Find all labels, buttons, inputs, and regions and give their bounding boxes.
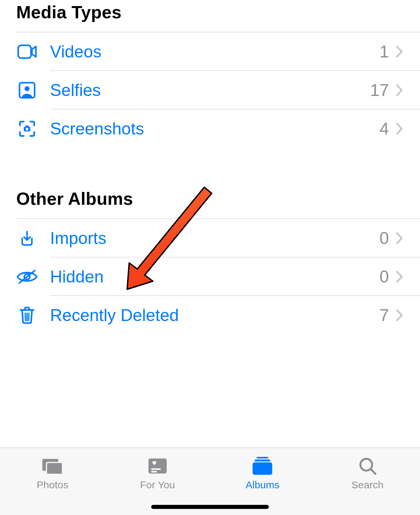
- tab-photos[interactable]: Photos: [0, 448, 105, 515]
- section-title-other-albums: Other Albums: [0, 189, 420, 218]
- row-label: Screenshots: [50, 119, 379, 139]
- search-tab-icon: [356, 457, 379, 475]
- row-count: 4: [379, 119, 389, 139]
- albums-tab-icon: [251, 457, 274, 475]
- row-videos[interactable]: Videos 1: [0, 32, 420, 71]
- screenshot-icon: [16, 118, 38, 140]
- chevron-right-icon: [395, 308, 404, 323]
- row-label: Imports: [50, 228, 379, 248]
- svg-rect-15: [148, 459, 167, 473]
- row-selfies[interactable]: Selfies 17: [0, 71, 420, 109]
- svg-line-12: [29, 313, 29, 321]
- trash-icon: [16, 304, 38, 326]
- foryou-tab-icon: [146, 457, 169, 475]
- row-hidden[interactable]: Hidden 0: [0, 258, 420, 296]
- chevron-right-icon: [395, 231, 404, 246]
- row-imports[interactable]: Imports 0: [0, 219, 420, 258]
- import-icon: [16, 227, 38, 249]
- albums-screen: Media Types Videos 1 Selfies 17: [0, 0, 420, 335]
- svg-point-2: [25, 86, 30, 91]
- row-count: 0: [379, 267, 389, 287]
- row-recently-deleted[interactable]: Recently Deleted 7: [0, 296, 420, 335]
- svg-rect-14: [47, 463, 63, 474]
- chevron-right-icon: [395, 121, 404, 136]
- row-label: Recently Deleted: [50, 305, 379, 325]
- svg-rect-0: [18, 45, 31, 58]
- hidden-icon: [16, 266, 38, 288]
- photos-tab-icon: [41, 457, 64, 475]
- home-indicator[interactable]: [151, 505, 269, 509]
- tab-search[interactable]: Search: [315, 448, 420, 515]
- row-label: Hidden: [50, 267, 379, 287]
- row-label: Videos: [50, 42, 379, 62]
- row-label: Selfies: [50, 80, 370, 100]
- row-count: 0: [379, 228, 389, 248]
- chevron-right-icon: [395, 83, 404, 98]
- chevron-right-icon: [395, 269, 404, 284]
- row-screenshots[interactable]: Screenshots 4: [0, 109, 420, 148]
- tab-label: For You: [140, 479, 175, 491]
- svg-rect-19: [255, 460, 270, 462]
- spacer: [0, 148, 420, 189]
- row-count: 7: [379, 305, 389, 325]
- svg-point-4: [26, 128, 28, 130]
- svg-rect-18: [257, 457, 269, 459]
- svg-rect-17: [151, 471, 157, 472]
- section-title-media-types: Media Types: [0, 2, 420, 32]
- row-count: 1: [379, 42, 389, 62]
- svg-line-22: [371, 469, 375, 474]
- chevron-right-icon: [395, 44, 404, 59]
- tab-label: Search: [351, 479, 383, 491]
- tab-label: Albums: [246, 479, 279, 491]
- row-count: 17: [370, 80, 389, 100]
- svg-rect-20: [253, 462, 272, 475]
- svg-line-10: [25, 313, 25, 321]
- tab-bar: Photos For You Albums: [0, 447, 420, 515]
- tab-label: Photos: [37, 479, 68, 491]
- selfie-icon: [16, 79, 38, 101]
- video-icon: [16, 41, 38, 63]
- svg-rect-5: [25, 125, 29, 127]
- svg-rect-16: [151, 468, 161, 470]
